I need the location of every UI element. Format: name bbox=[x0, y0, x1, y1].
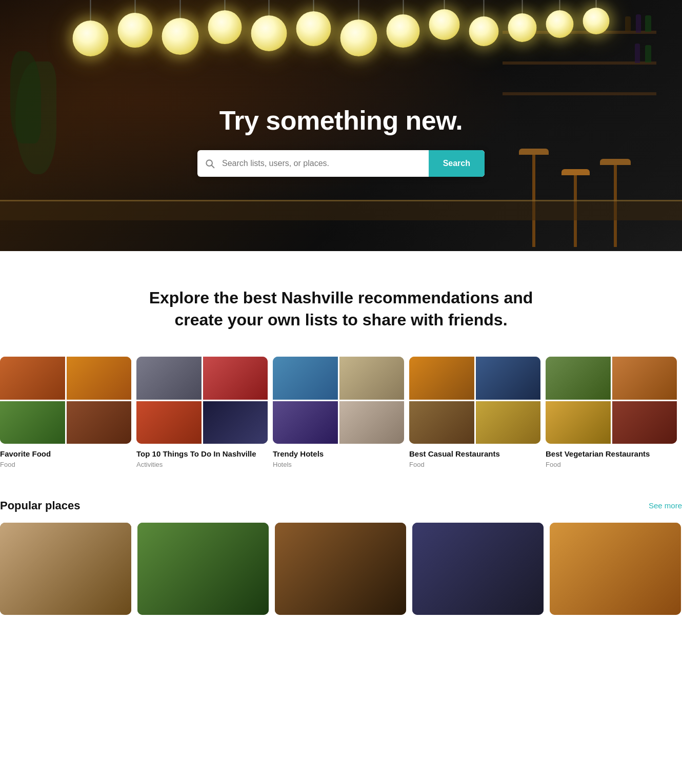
light-7 bbox=[340, 0, 377, 56]
list-card-images-4 bbox=[546, 357, 677, 444]
list-card-3[interactable]: Best Casual RestaurantsFood bbox=[409, 357, 546, 468]
list-card-image-0-3 bbox=[67, 401, 132, 444]
list-card-title-0: Favorite Food bbox=[0, 449, 131, 459]
list-card-image-3-3 bbox=[476, 401, 541, 444]
light-4 bbox=[208, 0, 242, 44]
light-9 bbox=[429, 0, 460, 40]
list-card-image-0-1 bbox=[67, 357, 132, 400]
list-card-2[interactable]: Trendy HotelsHotels bbox=[273, 357, 409, 468]
list-card-image-3-0 bbox=[409, 357, 474, 400]
list-card-0[interactable]: Favorite FoodFood bbox=[0, 357, 136, 468]
list-card-category-0: Food bbox=[0, 461, 131, 468]
light-11 bbox=[508, 0, 537, 42]
list-card-1[interactable]: Top 10 Things To Do In NashvilleActiviti… bbox=[136, 357, 273, 468]
place-card-image-2 bbox=[275, 523, 406, 615]
list-card-image-1-2 bbox=[136, 401, 202, 444]
light-5 bbox=[251, 0, 287, 51]
list-card-images-2 bbox=[273, 357, 404, 444]
list-card-title-3: Best Casual Restaurants bbox=[409, 449, 540, 459]
lists-section: Favorite FoodFoodTop 10 Things To Do In … bbox=[0, 357, 682, 499]
hero-title: Try something new. bbox=[219, 105, 463, 136]
list-card-image-0-0 bbox=[0, 357, 65, 400]
list-card-images-0 bbox=[0, 357, 131, 444]
tagline-section: Explore the best Nashville recommendatio… bbox=[0, 251, 682, 357]
list-card-image-2-3 bbox=[339, 401, 405, 444]
place-card-1[interactable] bbox=[137, 523, 269, 615]
search-button[interactable]: Search bbox=[429, 150, 485, 177]
svg-line-1 bbox=[212, 166, 214, 168]
list-card-image-1-3 bbox=[203, 401, 268, 444]
place-card-image-4 bbox=[550, 523, 681, 615]
place-card-4[interactable] bbox=[550, 523, 681, 615]
places-grid bbox=[0, 523, 682, 615]
hero-section: Try something new. Search bbox=[0, 0, 682, 251]
list-card-image-2-0 bbox=[273, 357, 338, 400]
light-8 bbox=[387, 0, 420, 48]
list-card-image-1-1 bbox=[203, 357, 268, 400]
place-card-image-0 bbox=[0, 523, 131, 615]
list-card-image-2-2 bbox=[273, 401, 338, 444]
popular-header: Popular places See more bbox=[0, 499, 682, 512]
list-card-image-3-1 bbox=[476, 357, 541, 400]
list-card-images-1 bbox=[136, 357, 268, 444]
place-card-3[interactable] bbox=[412, 523, 544, 615]
tagline-text: Explore the best Nashville recommendatio… bbox=[146, 287, 536, 331]
light-10 bbox=[469, 0, 499, 46]
light-13 bbox=[583, 0, 610, 34]
list-card-category-3: Food bbox=[409, 461, 540, 468]
light-1 bbox=[73, 0, 109, 56]
list-card-image-3-2 bbox=[409, 401, 474, 444]
list-card-image-4-2 bbox=[546, 401, 611, 444]
list-card-image-4-3 bbox=[612, 401, 677, 444]
list-card-category-1: Activities bbox=[136, 461, 268, 468]
popular-places-section: Popular places See more bbox=[0, 499, 682, 635]
list-card-4[interactable]: Best Vegetarian RestaurantsFood bbox=[546, 357, 682, 468]
place-card-2[interactable] bbox=[275, 523, 406, 615]
light-3 bbox=[162, 0, 199, 55]
place-card-image-3 bbox=[412, 523, 544, 615]
place-card-image-1 bbox=[137, 523, 269, 615]
hero-content: Try something new. Search bbox=[197, 105, 485, 177]
light-12 bbox=[546, 0, 574, 38]
list-card-image-0-2 bbox=[0, 401, 65, 444]
search-bar: Search bbox=[197, 150, 485, 177]
see-more-link[interactable]: See more bbox=[649, 501, 682, 510]
list-card-title-4: Best Vegetarian Restaurants bbox=[546, 449, 677, 459]
list-card-category-2: Hotels bbox=[273, 461, 404, 468]
list-card-images-3 bbox=[409, 357, 540, 444]
lists-grid: Favorite FoodFoodTop 10 Things To Do In … bbox=[0, 357, 682, 468]
pendant-lights bbox=[73, 0, 610, 56]
place-card-0[interactable] bbox=[0, 523, 131, 615]
list-card-image-4-0 bbox=[546, 357, 611, 400]
list-card-title-2: Trendy Hotels bbox=[273, 449, 404, 459]
list-card-image-1-0 bbox=[136, 357, 202, 400]
light-2 bbox=[118, 0, 153, 48]
search-input[interactable] bbox=[222, 159, 429, 168]
search-icon bbox=[205, 158, 215, 169]
popular-places-title: Popular places bbox=[0, 499, 81, 512]
list-card-category-4: Food bbox=[546, 461, 677, 468]
light-6 bbox=[296, 0, 331, 46]
list-card-image-4-1 bbox=[612, 357, 677, 400]
list-card-title-1: Top 10 Things To Do In Nashville bbox=[136, 449, 268, 459]
list-card-image-2-1 bbox=[339, 357, 405, 400]
search-icon-wrap bbox=[197, 158, 222, 169]
